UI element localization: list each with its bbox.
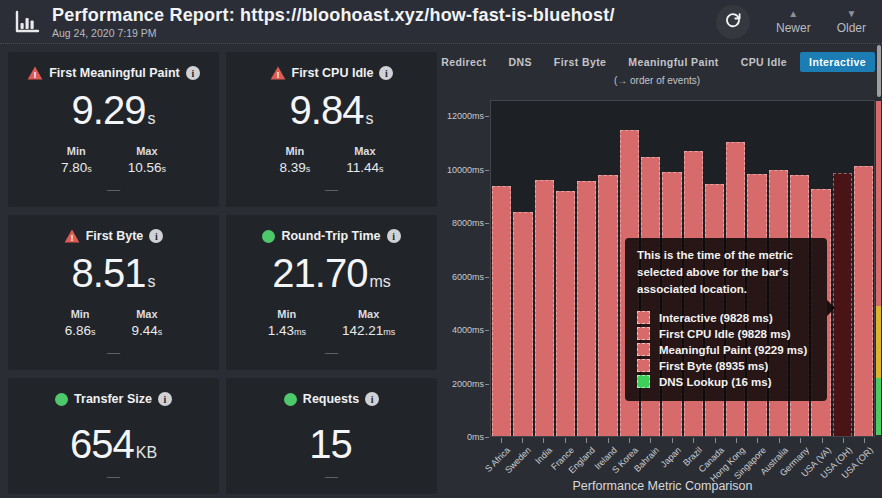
x-tick-mark: [800, 438, 801, 443]
bar-usa-oh-[interactable]: [833, 173, 852, 436]
metric-card-transfer-size: Transfer Size i 654 KB —: [8, 378, 219, 494]
card-footer-dash: —: [107, 345, 120, 360]
tab-meaningful-paint[interactable]: Meaningful Paint: [619, 52, 727, 72]
status-ok-icon: [262, 230, 275, 243]
tooltip-legend: Interactive (9828 ms) First CPU Idle (98…: [637, 311, 815, 388]
max-value: 10.56s: [128, 160, 166, 175]
max-value: 11.44s: [346, 160, 383, 175]
min-label: Min: [285, 145, 304, 157]
card-value: 654 KB: [70, 422, 157, 467]
threshold-strip-segment: [876, 378, 881, 435]
tab-cpu-idle[interactable]: CPU Idle: [732, 52, 796, 72]
older-label: Older: [837, 21, 866, 35]
x-tick-mark: [779, 438, 780, 443]
tooltip-legend-row: Interactive (9828 ms): [637, 311, 815, 324]
card-label: First CPU Idle: [292, 66, 374, 80]
card-label: Requests: [303, 392, 359, 406]
bar-s-africa[interactable]: [492, 186, 511, 436]
max-label: Max: [354, 145, 375, 157]
x-tick-mark: [822, 438, 823, 443]
card-label: Transfer Size: [74, 392, 152, 406]
svg-text:!: !: [276, 70, 279, 80]
bar-england[interactable]: [577, 181, 596, 436]
bar-tooltip: This is the time of the metric selected …: [625, 238, 827, 401]
info-icon[interactable]: i: [365, 392, 379, 406]
card-value: 15: [309, 422, 354, 467]
min-label: Min: [67, 145, 86, 157]
min-value: 8.39s: [279, 160, 310, 175]
legend-swatch-icon: [637, 327, 650, 340]
x-tick-mark: [693, 438, 694, 443]
header-bar: Performance Report: https://bloohoast.xy…: [0, 0, 882, 44]
bar-ireland[interactable]: [598, 175, 617, 436]
tooltip-legend-row: First Byte (8935 ms): [637, 359, 815, 372]
y-tick-label: 6000ms: [437, 272, 484, 282]
card-title-row: Requests i: [284, 392, 379, 406]
tooltip-legend-row: First CPU Idle (9828 ms): [637, 327, 815, 340]
info-icon[interactable]: i: [387, 229, 401, 243]
bar-india[interactable]: [535, 180, 554, 436]
info-icon[interactable]: i: [379, 66, 393, 80]
chart-panel: RedirectDNSFirst ByteMeaningful PaintCPU…: [437, 44, 882, 498]
svg-text:!: !: [70, 233, 73, 243]
older-button[interactable]: ▼ Older: [837, 9, 866, 35]
card-label: First Byte: [86, 229, 144, 243]
bar-usa-or-[interactable]: [854, 166, 873, 436]
status-ok-icon: [284, 393, 297, 406]
tab-first-byte[interactable]: First Byte: [545, 52, 615, 72]
info-icon[interactable]: i: [186, 66, 200, 80]
minmax-row: Min 7.80s Max 10.56s: [61, 145, 166, 175]
arrow-up-icon: ▲: [788, 9, 798, 19]
y-tick-mark: [485, 170, 489, 171]
scrollbar-thumb[interactable]: [877, 45, 881, 97]
warning-icon: !: [27, 66, 43, 80]
card-footer-dash: —: [107, 182, 120, 197]
y-tick-label: 0ms: [437, 432, 484, 442]
x-tick-mark: [543, 438, 544, 443]
card-footer-dash: —: [107, 469, 120, 484]
legend-swatch-icon: [637, 311, 650, 324]
x-tick-label: Japan: [658, 445, 682, 469]
y-tick-label: 10000ms: [437, 165, 484, 175]
card-footer-dash: —: [325, 345, 338, 360]
min-value: 1.43ms: [268, 323, 306, 338]
y-tick-label: 8000ms: [437, 218, 484, 228]
info-icon[interactable]: i: [158, 392, 172, 406]
max-label: Max: [136, 145, 157, 157]
max-value: 142.21ms: [342, 323, 395, 338]
refresh-button[interactable]: [716, 5, 750, 39]
report-date: Aug 24, 2020 7:19 PM: [52, 27, 615, 39]
x-tick-mark: [736, 438, 737, 443]
card-title-row: ! First Byte i: [64, 229, 164, 243]
min-value: 6.86s: [65, 323, 96, 338]
card-footer-dash: —: [325, 182, 338, 197]
info-icon[interactable]: i: [149, 229, 163, 243]
warning-icon: !: [64, 229, 80, 243]
y-tick-mark: [485, 116, 489, 117]
newer-button[interactable]: ▲ Newer: [776, 9, 811, 35]
threshold-strip-segment: [876, 101, 881, 306]
tab-redirect[interactable]: Redirect: [432, 52, 495, 72]
x-tick-mark: [501, 438, 502, 443]
card-value: 9.84 s: [290, 88, 374, 133]
svg-text:!: !: [34, 70, 37, 80]
bar-sweden[interactable]: [513, 212, 532, 436]
threshold-edge-strip: [876, 101, 881, 437]
tab-interactive[interactable]: Interactive: [800, 52, 875, 72]
metric-card-round-trip-time: Round-Trip Time i 21.70 ms Min 1.43ms Ma…: [226, 215, 437, 370]
x-tick-mark: [715, 438, 716, 443]
x-tick-mark: [522, 438, 523, 443]
max-label: Max: [136, 308, 157, 320]
tooltip-text: This is the time of the metric selected …: [637, 247, 815, 298]
y-tick-mark: [485, 437, 489, 438]
x-tick-mark: [565, 438, 566, 443]
bar-france[interactable]: [556, 191, 575, 436]
y-tick-label: 12000ms: [437, 111, 484, 121]
metric-card-first-byte: ! First Byte i 8.51 s Min 6.86s Max 9.44…: [8, 215, 219, 370]
warning-icon: !: [270, 66, 286, 80]
card-value: 9.29 s: [72, 88, 156, 133]
x-tick-mark: [843, 438, 844, 443]
refresh-icon: [724, 11, 742, 33]
tab-dns[interactable]: DNS: [499, 52, 540, 72]
legend-swatch-icon: [637, 343, 650, 356]
